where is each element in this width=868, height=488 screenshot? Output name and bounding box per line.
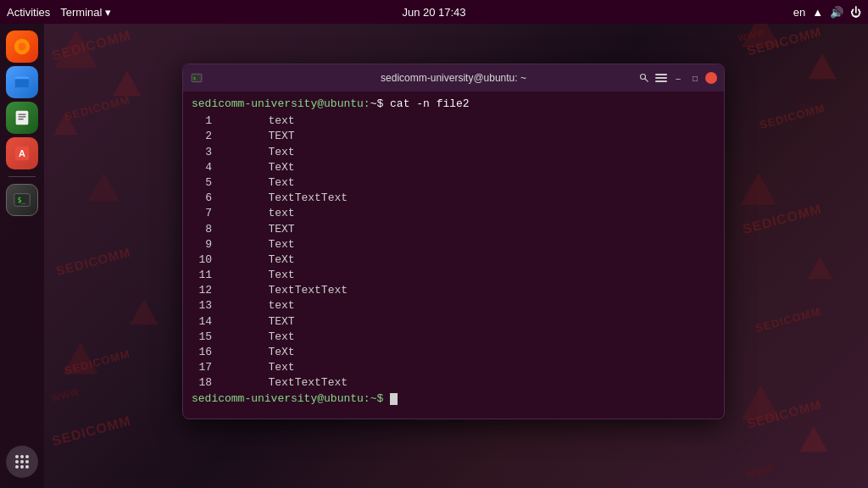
file-line: 4 TeXt <box>192 160 715 175</box>
topbar: Activities Terminal ▾ Jun 20 17:43 en ▲ … <box>0 0 868 24</box>
svg-rect-17 <box>18 114 25 114</box>
svg-marker-7 <box>741 173 776 205</box>
cursor-block <box>390 393 398 405</box>
terminal-app-icon: $ <box>190 71 203 85</box>
volume-icon[interactable]: 🔊 <box>830 6 843 19</box>
svg-point-27 <box>15 460 19 463</box>
line-content: text <box>215 206 295 221</box>
line-content: text <box>215 298 295 313</box>
svg-text:$: $ <box>193 76 196 80</box>
line-content: Text <box>215 237 295 252</box>
dock-item-app-store[interactable]: A <box>6 137 38 169</box>
line-content: Text <box>215 360 295 375</box>
svg-marker-3 <box>808 53 836 79</box>
terminal-minimize-button[interactable]: – <box>671 71 685 85</box>
svg-marker-6 <box>799 426 827 452</box>
topbar-left: Activities Terminal ▾ <box>7 6 111 19</box>
terminal-menu-button[interactable]: Terminal ▾ <box>60 6 111 19</box>
line-number: 18 <box>192 375 215 391</box>
svg-point-28 <box>20 460 24 463</box>
line-content: Text <box>215 145 295 160</box>
line-number: 2 <box>192 129 215 144</box>
line-number: 4 <box>192 160 215 175</box>
terminal-content[interactable]: sedicomm-university@ubuntu:~$ cat -n fil… <box>183 92 724 419</box>
power-icon[interactable]: ⏻ <box>850 6 861 19</box>
terminal-menu-label: Terminal <box>60 6 102 19</box>
maximize-icon: □ <box>693 74 698 83</box>
activities-button[interactable]: Activities <box>7 6 50 19</box>
dock: A $_ <box>0 24 44 488</box>
language-indicator[interactable]: en <box>793 6 805 19</box>
line-number: 15 <box>192 330 215 345</box>
svg-marker-9 <box>53 113 78 135</box>
line-content: TeXt <box>215 345 295 360</box>
file-line: 5 Text <box>192 175 715 191</box>
file-line: 14 TEXT <box>192 314 715 330</box>
file-line: 16 TeXt <box>192 345 715 360</box>
terminal-dropdown-icon: ▾ <box>105 6 111 19</box>
terminal-search-button[interactable] <box>637 71 651 85</box>
line-number: 1 <box>192 114 215 129</box>
line-content: TEXT <box>215 314 295 330</box>
dock-item-firefox[interactable] <box>6 30 38 63</box>
svg-rect-19 <box>18 119 23 119</box>
dock-item-text-editor[interactable] <box>6 102 38 134</box>
line-content: TeXt <box>215 252 295 268</box>
network-icon: ▲ <box>812 6 823 19</box>
shell-prompt-line: sedicomm-university@ubuntu:~$ <box>192 391 715 407</box>
svg-point-30 <box>15 465 19 469</box>
line-number: 16 <box>192 345 215 360</box>
svg-marker-11 <box>130 299 158 324</box>
line-content: TextTextText <box>215 283 348 298</box>
svg-point-24 <box>15 455 19 458</box>
line-content: TEXT <box>215 222 295 237</box>
dock-show-apps-button[interactable] <box>6 446 38 478</box>
file-line: 10 TeXt <box>192 252 715 268</box>
svg-point-31 <box>20 465 24 469</box>
line-number: 8 <box>192 222 215 237</box>
line-number: 12 <box>192 283 215 298</box>
prompt-dollar: ~$ <box>370 97 390 110</box>
svg-marker-1 <box>113 70 141 96</box>
line-number: 10 <box>192 252 215 268</box>
file-line: 9 Text <box>192 237 715 252</box>
line-content: Text <box>215 175 295 191</box>
terminal-menu-icon-button[interactable] <box>654 71 668 85</box>
terminal-close-button[interactable] <box>705 72 717 84</box>
svg-point-35 <box>641 75 646 80</box>
svg-point-26 <box>25 455 29 458</box>
svg-point-25 <box>20 455 24 458</box>
svg-point-32 <box>25 465 29 469</box>
titlebar-controls: – □ <box>637 71 717 85</box>
line-number: 14 <box>192 314 215 330</box>
file-line: 7 text <box>192 206 715 221</box>
terminal-maximize-button[interactable]: □ <box>688 71 702 85</box>
dock-item-terminal[interactable]: $_ <box>6 184 38 216</box>
file-line: 15 Text <box>192 330 715 345</box>
file-line: 17 Text <box>192 360 715 375</box>
line-content: TextTextText <box>215 191 348 206</box>
terminal-title: sedicomm-university@ubuntu: ~ <box>381 72 526 84</box>
prompt-user: sedicomm-university@ubuntu: <box>192 97 370 110</box>
dock-item-files[interactable] <box>6 66 38 98</box>
svg-marker-4 <box>63 342 98 374</box>
shell-prompt-text: sedicomm-university@ubuntu:~$ <box>192 392 390 405</box>
line-number: 6 <box>192 191 215 206</box>
svg-marker-10 <box>88 173 120 202</box>
svg-rect-18 <box>18 116 25 117</box>
file-line: 12 TextTextText <box>192 283 715 298</box>
terminal-titlebar: $ sedicomm-university@ubuntu: ~ – <box>183 64 724 92</box>
svg-text:$_: $_ <box>18 196 26 204</box>
command-prompt-line: sedicomm-university@ubuntu:~$ cat -n fil… <box>192 97 715 112</box>
line-number: 11 <box>192 268 215 283</box>
line-number: 3 <box>192 145 215 160</box>
hamburger-icon <box>655 74 667 82</box>
svg-point-13 <box>18 42 25 50</box>
minimize-icon: – <box>676 74 681 83</box>
svg-rect-16 <box>16 111 29 125</box>
line-number: 9 <box>192 237 215 252</box>
line-content: Text <box>215 330 295 345</box>
line-content: TEXT <box>215 129 295 144</box>
line-number: 17 <box>192 360 215 375</box>
file-line: 8 TEXT <box>192 222 715 237</box>
